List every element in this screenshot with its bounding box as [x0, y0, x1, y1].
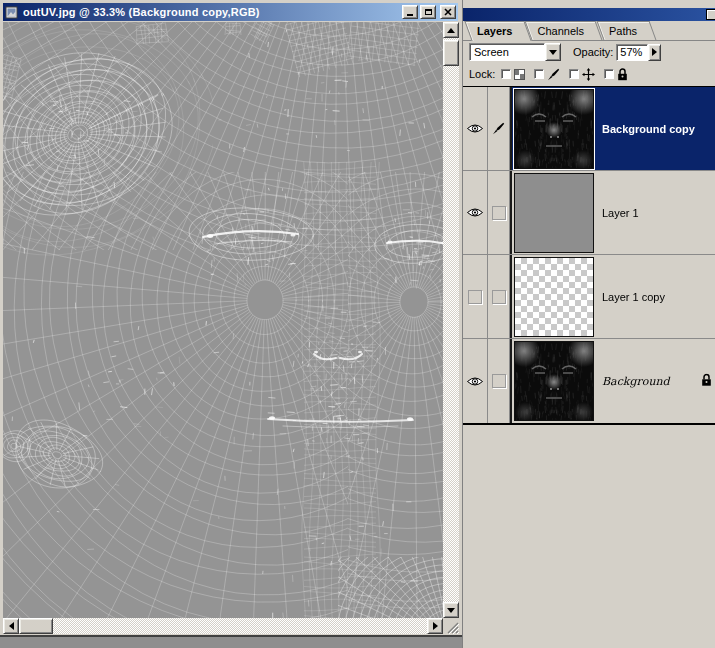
scroll-right-button[interactable]	[427, 618, 443, 634]
chevron-down-icon	[549, 50, 557, 55]
opacity-label: Opacity:	[573, 46, 613, 58]
lock-pixels-checkbox[interactable]	[534, 69, 544, 79]
lock-pixels-group	[534, 68, 560, 81]
tab-paths-label: Paths	[609, 25, 637, 37]
opacity-slider-button[interactable]	[648, 44, 661, 61]
vertical-scroll-thumb[interactable]	[443, 40, 459, 66]
application-window: outUV.jpg @ 33.3% (Background copy,RGB)	[0, 0, 715, 648]
empty-well-box	[492, 374, 506, 388]
visibility-well[interactable]	[463, 339, 488, 423]
link-well[interactable]	[488, 255, 510, 338]
document-icon	[5, 6, 19, 19]
visibility-well[interactable]	[463, 255, 488, 338]
layer-list: Background copy Layer 1	[463, 86, 715, 425]
resize-grip-icon	[443, 618, 459, 634]
layer-row-content[interactable]: Layer 1	[510, 171, 715, 254]
maximize-button[interactable]	[420, 5, 436, 19]
layer-row-layer-1-copy[interactable]: Layer 1 copy	[463, 255, 715, 339]
horizontal-scrollbar[interactable]	[3, 618, 443, 634]
scroll-left-button[interactable]	[3, 618, 19, 634]
eye-icon[interactable]	[466, 376, 484, 387]
empty-well-box	[468, 290, 482, 304]
palette-titlebar[interactable]	[463, 8, 715, 21]
arrow-down-icon	[447, 608, 455, 613]
layer-name[interactable]: Background copy	[602, 123, 695, 135]
opacity-value: 57%	[620, 46, 642, 58]
layer-thumbnail[interactable]	[514, 173, 594, 253]
paintbrush-icon	[547, 68, 560, 81]
blend-mode-value: Screen	[474, 46, 509, 58]
lock-position-group	[569, 68, 595, 81]
layers-panel: Layers Channels Paths Screen Opacity: 57…	[462, 0, 715, 648]
paintbrush-icon	[492, 122, 505, 135]
chevron-right-icon	[652, 48, 657, 56]
lock-transparency-checkbox[interactable]	[501, 69, 511, 79]
layer-name[interactable]: Layer 1 copy	[602, 291, 665, 303]
layer-thumbnail[interactable]	[514, 89, 594, 169]
tab-channels[interactable]: Channels	[528, 21, 599, 40]
arrow-left-icon	[9, 622, 14, 630]
canvas-area	[3, 22, 443, 618]
minimize-icon	[407, 14, 413, 16]
maximize-icon	[425, 9, 432, 15]
tab-channels-label: Channels	[537, 25, 583, 37]
move-icon	[582, 68, 595, 81]
eye-icon[interactable]	[466, 207, 484, 218]
tab-layers-label: Layers	[477, 25, 512, 37]
palette-tabs: Layers Channels Paths	[463, 21, 715, 41]
layer-thumbnail[interactable]	[514, 341, 594, 421]
tab-paths[interactable]: Paths	[600, 21, 653, 40]
lock-options-row: Lock:	[463, 63, 715, 85]
layer-controls-row: Screen Opacity: 57%	[463, 42, 715, 62]
tab-layers[interactable]: Layers	[468, 21, 528, 41]
blend-mode-select[interactable]: Screen	[469, 43, 561, 61]
layer-row-background[interactable]: Background	[463, 339, 715, 423]
lock-all-group	[604, 68, 628, 81]
lock-icon	[617, 68, 628, 81]
document-titlebar[interactable]: outUV.jpg @ 33.3% (Background copy,RGB)	[3, 3, 458, 21]
empty-well-box	[492, 290, 506, 304]
blend-mode-field[interactable]: Screen	[469, 43, 545, 61]
document-window: outUV.jpg @ 33.3% (Background copy,RGB)	[0, 0, 462, 637]
layer-row-layer-1[interactable]: Layer 1	[463, 171, 715, 255]
layer-row-content[interactable]: Background	[510, 339, 715, 423]
eye-icon[interactable]	[466, 123, 484, 134]
visibility-well[interactable]	[463, 87, 488, 170]
arrow-right-icon	[433, 622, 438, 630]
layer-row-background-copy[interactable]: Background copy	[463, 87, 715, 171]
workspace-background	[0, 637, 462, 648]
scroll-down-button[interactable]	[443, 602, 459, 618]
visibility-well[interactable]	[463, 171, 488, 254]
layer-name[interactable]: Layer 1	[602, 207, 639, 219]
layer-thumbnail[interactable]	[514, 257, 594, 337]
window-title: outUV.jpg @ 33.3% (Background copy,RGB)	[23, 6, 400, 18]
document-canvas[interactable]	[3, 22, 443, 618]
palette-close-button[interactable]	[706, 9, 715, 20]
minimize-button[interactable]	[402, 5, 418, 19]
scroll-up-button[interactable]	[443, 22, 459, 38]
layer-lock-icon	[701, 374, 712, 389]
lock-position-checkbox[interactable]	[569, 69, 579, 79]
vertical-scrollbar[interactable]	[443, 22, 459, 618]
link-well[interactable]	[488, 171, 510, 254]
opacity-input[interactable]: 57%	[616, 44, 648, 61]
layer-row-content[interactable]: Background copy	[510, 87, 715, 170]
layer-row-content[interactable]: Layer 1 copy	[510, 255, 715, 338]
lock-transparency-group	[501, 69, 525, 80]
window-resize-grip[interactable]	[443, 618, 459, 634]
link-well[interactable]	[488, 339, 510, 423]
arrow-up-icon	[447, 28, 455, 33]
empty-well-box	[492, 206, 506, 220]
lock-label: Lock:	[469, 68, 495, 80]
close-button[interactable]	[440, 5, 456, 19]
blend-mode-dropdown-button[interactable]	[545, 43, 561, 61]
transparency-checker-icon	[514, 69, 525, 80]
layer-name[interactable]: Background	[602, 375, 670, 388]
link-well[interactable]	[488, 87, 510, 170]
lock-all-checkbox[interactable]	[604, 69, 614, 79]
horizontal-scroll-thumb[interactable]	[19, 618, 53, 634]
close-icon	[444, 8, 452, 16]
